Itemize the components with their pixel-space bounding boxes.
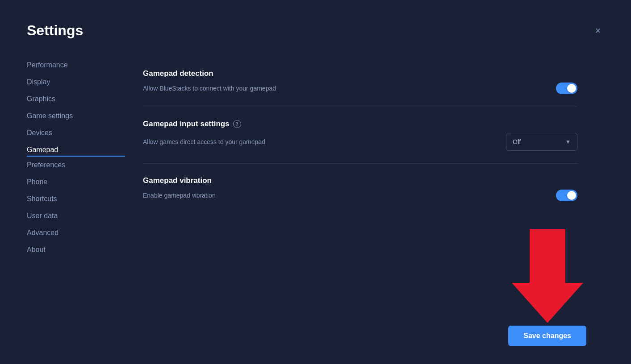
save-changes-button[interactable]: Save changes: [508, 326, 586, 346]
gamepad-detection-row: Allow BlueStacks to connect with your ga…: [143, 83, 577, 94]
bottom-area: Save changes: [508, 229, 586, 346]
arrow-head: [512, 283, 583, 323]
gamepad-detection-description: Allow BlueStacks to connect with your ga…: [143, 85, 276, 92]
sidebar-item-performance[interactable]: Performance: [27, 57, 125, 74]
gamepad-vibration-row: Enable gamepad vibration: [143, 190, 577, 201]
sidebar-item-gamepad[interactable]: Gamepad: [27, 141, 125, 157]
sidebar-item-preferences[interactable]: Preferences: [27, 157, 125, 174]
sidebar-item-user-data[interactable]: User data: [27, 207, 125, 224]
close-button[interactable]: ×: [592, 25, 604, 37]
gamepad-input-description: Allow games direct access to your gamepa…: [143, 138, 265, 145]
gamepad-input-help-icon[interactable]: ?: [233, 120, 241, 128]
sidebar-item-shortcuts[interactable]: Shortcuts: [27, 190, 125, 207]
gamepad-detection-toggle[interactable]: [556, 83, 577, 94]
gamepad-input-title: Gamepad input settings ?: [143, 120, 577, 128]
sidebar-item-phone[interactable]: Phone: [27, 174, 125, 190]
dropdown-value: Off: [513, 138, 521, 145]
sidebar-item-devices[interactable]: Devices: [27, 124, 125, 141]
gamepad-vibration-section: Gamepad vibration Enable gamepad vibrati…: [143, 164, 577, 214]
arrow-shaft: [530, 229, 565, 283]
gamepad-vibration-description: Enable gamepad vibration: [143, 192, 216, 199]
gamepad-input-section: Gamepad input settings ? Allow games dir…: [143, 107, 577, 164]
sidebar-item-game-settings[interactable]: Game settings: [27, 108, 125, 124]
gamepad-vibration-title: Gamepad vibration: [143, 176, 577, 185]
gamepad-detection-title: Gamepad detection: [143, 69, 577, 78]
gamepad-input-row: Allow games direct access to your gamepa…: [143, 133, 577, 151]
sidebar-item-graphics[interactable]: Graphics: [27, 91, 125, 108]
chevron-down-icon: ▼: [565, 139, 571, 145]
sidebar-item-display[interactable]: Display: [27, 74, 125, 91]
sidebar-item-about[interactable]: About: [27, 241, 125, 258]
sidebar-item-advanced[interactable]: Advanced: [27, 224, 125, 241]
gamepad-input-dropdown[interactable]: Off ▼: [506, 133, 577, 151]
page-title: Settings: [27, 22, 604, 39]
gamepad-detection-section: Gamepad detection Allow BlueStacks to co…: [143, 57, 577, 107]
sidebar: Performance Display Graphics Game settin…: [27, 57, 125, 342]
red-arrow-indicator: [512, 229, 583, 323]
gamepad-vibration-toggle[interactable]: [556, 190, 577, 201]
settings-modal: × Settings Performance Display Graphics …: [0, 0, 631, 364]
